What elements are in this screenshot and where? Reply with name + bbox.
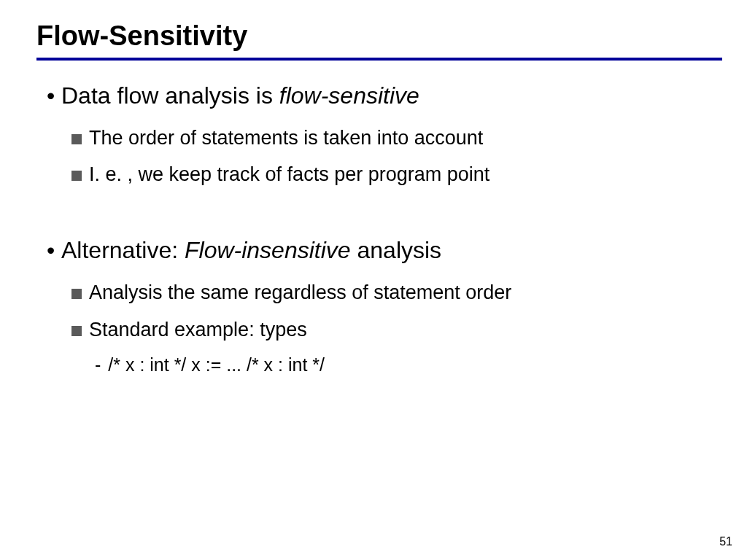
sub-bullet-example: Standard example: types	[71, 316, 718, 343]
slide: Flow-Sensitivity •Data flow analysis is …	[0, 0, 747, 560]
bullet-text-suffix: analysis	[351, 237, 442, 263]
sub-bullet-regardless: Analysis the same regardless of statemen…	[71, 279, 718, 306]
square-bullet-icon	[71, 289, 82, 299]
page-number: 51	[719, 535, 732, 548]
sub-bullet-text: Standard example: types	[89, 319, 307, 341]
bullet-text-em: flow-sensitive	[279, 82, 419, 109]
square-bullet-icon	[71, 171, 82, 181]
sub-bullet-text: Analysis the same regardless of statemen…	[89, 281, 511, 303]
sub-bullet-program-point: I. e. , we keep track of facts per progr…	[71, 161, 718, 187]
slide-title: Flow-Sensitivity	[36, 20, 718, 52]
bullet-dot-icon: •	[47, 81, 61, 112]
spacer	[47, 198, 718, 228]
sub-bullet-order: The order of statements is taken into ac…	[71, 125, 718, 151]
sub-sub-bullet-code: -/* x : int */ x := ... /* x : int */	[95, 353, 718, 378]
code-text: /* x : int */ x := ... /* x : int */	[108, 354, 325, 375]
bullet-alternative: •Alternative: Flow-insensitive analysis	[47, 236, 718, 266]
title-divider	[36, 58, 722, 61]
slide-body: •Data flow analysis is flow-sensitive Th…	[47, 81, 718, 378]
bullet-dot-icon: •	[47, 236, 61, 266]
bullet-text-prefix: Alternative:	[61, 237, 185, 263]
dash-bullet-icon: -	[95, 353, 101, 378]
square-bullet-icon	[71, 134, 82, 144]
bullet-flow-sensitive: •Data flow analysis is flow-sensitive	[47, 81, 718, 112]
square-bullet-icon	[71, 326, 82, 336]
bullet-text-prefix: Data flow analysis is	[61, 82, 279, 109]
sub-bullet-text: I. e. , we keep track of facts per progr…	[89, 163, 489, 185]
sub-bullet-text: The order of statements is taken into ac…	[89, 127, 483, 149]
bullet-text-em: Flow-insensitive	[185, 237, 351, 263]
